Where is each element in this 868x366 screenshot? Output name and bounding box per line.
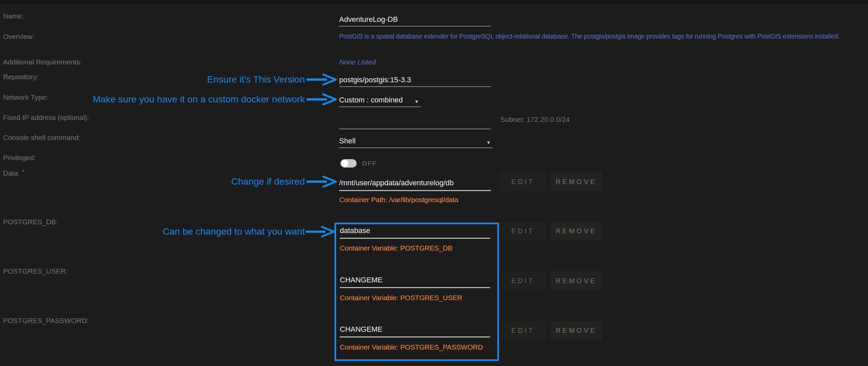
postgres-db-input[interactable]: database: [340, 223, 490, 239]
annotation-repository: Ensure it's This Version: [204, 74, 305, 85]
name-value: AdventureLog-DB: [339, 16, 398, 23]
annotation-arrow-data-icon: [306, 175, 338, 188]
postgres-password-edit-button[interactable]: EDIT: [500, 321, 546, 340]
postgres-password-value: CHANGEME: [340, 326, 382, 333]
annotation-data: Change if desired: [202, 176, 305, 187]
data-path-input[interactable]: /mnt/user/appdata/adventurelog/db: [339, 175, 491, 191]
overview-label: Overview:: [3, 33, 34, 41]
subnet-text: Subnet: 172.20.0.0/24: [500, 116, 570, 124]
highlight-box: [335, 223, 499, 361]
annotation-network: Make sure you have it on a custom docker…: [87, 94, 305, 105]
postgres-db-value: database: [340, 227, 370, 234]
repository-input[interactable]: postgis/postgis:15-3.3: [339, 74, 491, 87]
repository-label: Repository:: [3, 73, 39, 81]
postgres-user-variable-text: Container Variable: POSTGRES_USER: [340, 294, 462, 302]
toggle-knob: [341, 160, 348, 167]
required-asterisk: *: [22, 168, 25, 176]
data-path-value: /mnt/user/appdata/adventurelog/db: [339, 179, 454, 187]
additional-requirements-value: None Listed: [339, 58, 376, 66]
postgres-password-input[interactable]: CHANGEME: [340, 322, 490, 337]
privileged-label: Privileged:: [3, 154, 36, 162]
chevron-down-icon: ▼: [486, 140, 491, 145]
postgres-db-edit-button[interactable]: EDIT: [500, 222, 546, 240]
privileged-toggle[interactable]: [340, 159, 356, 167]
postgres-user-label: POSTGRES_USER:: [3, 267, 68, 275]
name-input[interactable]: AdventureLog-DB: [339, 14, 491, 27]
annotation-arrow-repository-icon: [306, 73, 338, 86]
fixed-ip-input[interactable]: [339, 117, 491, 129]
network-type-select[interactable]: Custom : combined ▼: [339, 94, 421, 107]
overview-text: PostGIS is a spatial database extender f…: [339, 33, 839, 40]
postgres-db-remove-button[interactable]: REMOVE: [551, 222, 602, 240]
fixed-ip-label: Fixed IP address (optional):: [3, 114, 89, 122]
postgres-user-edit-button[interactable]: EDIT: [500, 271, 546, 290]
console-shell-value: Shell: [339, 137, 355, 145]
data-label: Data:*: [3, 168, 25, 177]
privileged-state-text: OFF: [362, 160, 377, 167]
postgres-user-value: CHANGEME: [340, 276, 382, 284]
console-shell-label: Console shell command:: [3, 134, 80, 142]
repository-value: postgis/postgis:15-3.3: [339, 76, 411, 84]
postgres-password-remove-button[interactable]: REMOVE: [551, 321, 602, 340]
data-edit-button[interactable]: EDIT: [500, 172, 546, 191]
annotation-arrow-postgres-db-icon: [305, 225, 336, 238]
name-label: Name:: [3, 12, 24, 20]
postgres-db-label: POSTGRES_DB:: [3, 218, 58, 226]
additional-requirements-label: Additional Requirements:: [3, 58, 82, 66]
annotation-arrow-network-icon: [306, 93, 338, 106]
annotation-postgres-db: Can be changed to what you want: [148, 226, 305, 237]
postgres-password-variable-text: Container Variable: POSTGRES_PASSWORD: [340, 343, 483, 351]
chevron-down-icon: ▼: [414, 99, 419, 104]
docker-container-settings-page: Name: Overview: Additional Requirements:…: [0, 0, 868, 366]
console-shell-select[interactable]: Shell ▼: [339, 135, 493, 148]
network-type-label: Network Type:: [3, 93, 48, 101]
postgres-db-variable-text: Container Variable: POSTGRES_DB: [340, 244, 452, 252]
data-remove-button[interactable]: REMOVE: [551, 172, 602, 191]
postgres-user-input[interactable]: CHANGEME: [340, 272, 490, 288]
top-edge-strip: [0, 0, 868, 4]
network-type-value: Custom : combined: [339, 96, 403, 104]
postgres-user-remove-button[interactable]: REMOVE: [551, 271, 602, 290]
data-container-path-text: Container Path: /var/lib/postgresql/data: [339, 196, 458, 204]
postgres-password-label: POSTGRES_PASSWORD:: [3, 317, 89, 325]
